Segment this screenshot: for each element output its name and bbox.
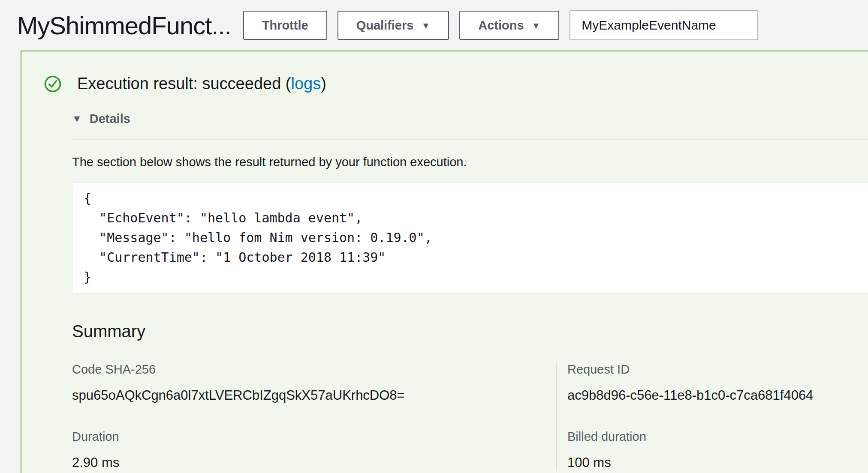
billed-duration-value: 100 ms xyxy=(567,455,868,470)
duration-field: Duration 2.90 ms xyxy=(72,430,556,470)
throttle-button-label: Throttle xyxy=(262,18,308,33)
execution-result-banner: Execution result: succeeded (logs) ▼ Det… xyxy=(21,51,868,473)
duration-label: Duration xyxy=(72,430,556,444)
details-divider xyxy=(72,139,868,140)
execution-result-text: Execution result: succeeded ( xyxy=(77,75,291,93)
function-header: MyShimmedFunct... Throttle Qualifiers ▼ … xyxy=(0,0,868,51)
logs-link[interactable]: logs xyxy=(291,75,321,93)
page-title: MyShimmedFunct... xyxy=(17,11,231,40)
details-expander[interactable]: ▼ Details xyxy=(72,112,130,126)
actions-button-label: Actions xyxy=(478,18,524,33)
qualifiers-button-label: Qualifiers xyxy=(356,18,414,33)
request-id-label: Request ID xyxy=(567,362,868,377)
execution-result-heading: Execution result: succeeded (logs) xyxy=(77,75,326,93)
throttle-button[interactable]: Throttle xyxy=(243,11,327,40)
details-expander-label: Details xyxy=(90,112,130,126)
execution-result-text-close: ) xyxy=(321,75,326,93)
request-id-value: ac9b8d96-c56e-11e8-b1c0-c7ca681f4064 xyxy=(567,388,868,403)
success-check-icon xyxy=(44,75,62,93)
duration-value: 2.90 ms xyxy=(72,455,556,470)
summary-grid: Code SHA-256 spu65oAQkCgn6a0l7xtLVERCbIZ… xyxy=(72,362,868,470)
execution-status-row: Execution result: succeeded (logs) xyxy=(44,75,868,93)
chevron-down-icon: ▼ xyxy=(421,21,430,30)
test-event-selector-value: MyExampleEventName xyxy=(582,18,716,33)
code-sha256-value: spu65oAQkCgn6a0l7xtLVERCbIZgqSkX57aUKrhc… xyxy=(72,388,556,403)
actions-dropdown-button[interactable]: Actions ▼ xyxy=(459,11,559,40)
billed-duration-label: Billed duration xyxy=(567,430,868,444)
code-sha256-field: Code SHA-256 spu65oAQkCgn6a0l7xtLVERCbIZ… xyxy=(72,362,556,403)
execution-result-json: { "EchoEvent": "hello lambda event", "Me… xyxy=(72,182,868,293)
test-event-selector[interactable]: MyExampleEventName xyxy=(570,10,758,40)
chevron-down-icon: ▼ xyxy=(532,21,541,30)
summary-column-right: Request ID ac9b8d96-c56e-11e8-b1c0-c7ca6… xyxy=(556,362,868,470)
billed-duration-field: Billed duration 100 ms xyxy=(567,430,868,470)
summary-heading: Summary xyxy=(72,322,868,341)
result-description: The section below shows the result retur… xyxy=(72,155,868,169)
summary-column-left: Code SHA-256 spu65oAQkCgn6a0l7xtLVERCbIZ… xyxy=(72,362,556,470)
qualifiers-dropdown-button[interactable]: Qualifiers ▼ xyxy=(338,11,449,40)
code-sha256-label: Code SHA-256 xyxy=(72,362,556,377)
request-id-field: Request ID ac9b8d96-c56e-11e8-b1c0-c7ca6… xyxy=(567,362,868,403)
triangle-down-icon: ▼ xyxy=(72,114,82,124)
